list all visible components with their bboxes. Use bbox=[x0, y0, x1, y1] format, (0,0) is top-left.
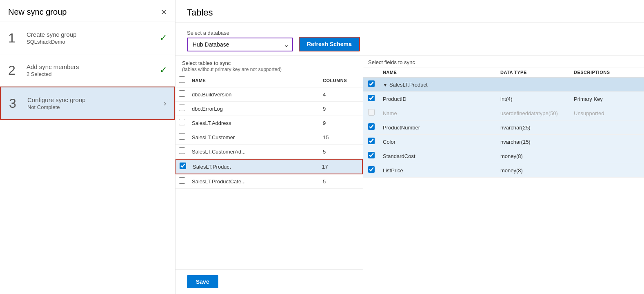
table-row[interactable]: SalesLT.ProductCate... 5 bbox=[175, 174, 363, 189]
step-2-check-icon: ✓ bbox=[160, 65, 167, 76]
save-button[interactable]: Save bbox=[187, 275, 218, 288]
table-row[interactable]: dbo.ErrorLog 9 bbox=[175, 102, 363, 116]
table-row-name: SalesLT.Address bbox=[192, 120, 323, 126]
right-header: Tables bbox=[175, 0, 644, 22]
db-selector-row: Select a database Hub Database Refresh S… bbox=[175, 22, 644, 56]
step-1[interactable]: 1 Create sync group SQLshackDemo ✓ bbox=[0, 22, 175, 54]
tables-section-title: Select tables to sync bbox=[182, 60, 231, 66]
db-dropdown-wrapper: Hub Database bbox=[187, 38, 293, 51]
db-selector-group: Select a database Hub Database bbox=[187, 30, 293, 51]
field-dtype: int(4) bbox=[500, 96, 574, 102]
tables-left-header: Select tables to sync (tables without pr… bbox=[175, 56, 363, 74]
tables-area: Select tables to sync (tables without pr… bbox=[175, 56, 644, 294]
step-2-subtitle: 2 Selected bbox=[27, 71, 156, 77]
right-title: Tables bbox=[187, 7, 213, 18]
table-row-name: SalesLT.Customer bbox=[192, 134, 323, 140]
field-dtype: nvarchar(25) bbox=[500, 125, 574, 131]
table-col-headers: NAME COLUMNS bbox=[175, 74, 363, 87]
table-row-check[interactable] bbox=[180, 163, 186, 169]
db-selector-label: Select a database bbox=[187, 30, 293, 36]
chevron-down-icon: ▼ bbox=[383, 82, 388, 88]
table-row-check[interactable] bbox=[179, 133, 185, 140]
table-row-name: dbo.BuildVersion bbox=[192, 91, 323, 98]
field-name: ListPrice bbox=[383, 167, 500, 174]
step-2-number: 2 bbox=[8, 64, 27, 77]
right-panel: Tables Select a database Hub Database Re… bbox=[175, 0, 644, 294]
table-row-cols: 9 bbox=[323, 120, 360, 126]
step-list: 1 Create sync group SQLshackDemo ✓ 2 Add… bbox=[0, 22, 175, 294]
tables-left: Select tables to sync (tables without pr… bbox=[175, 56, 363, 294]
step-3-chevron-icon: › bbox=[164, 99, 166, 108]
field-check[interactable] bbox=[368, 123, 375, 130]
field-group-header: ▼SalesLT.Product bbox=[363, 78, 644, 92]
panel-title: New sync group bbox=[8, 7, 67, 17]
table-row-check[interactable] bbox=[179, 119, 185, 125]
step-2-title: Add sync members bbox=[27, 63, 156, 70]
step-2-content: Add sync members 2 Selected bbox=[27, 63, 156, 77]
table-row-cols: 17 bbox=[322, 164, 359, 170]
table-row-name: SalesLT.ProductCate... bbox=[192, 178, 323, 185]
field-desc: Unsupported bbox=[574, 110, 639, 116]
fields-section-title: Select fields to sync bbox=[363, 56, 644, 67]
field-row: ListPrice money(8) bbox=[363, 163, 644, 178]
field-dtype: money(8) bbox=[500, 153, 574, 159]
tables-right: Select fields to sync NAME DATA TYPE DES… bbox=[363, 56, 644, 294]
step-1-subtitle: SQLshackDemo bbox=[27, 39, 156, 45]
db-dropdown[interactable]: Hub Database bbox=[187, 38, 293, 51]
field-dtype: money(8) bbox=[500, 167, 574, 174]
field-check[interactable] bbox=[368, 152, 375, 158]
step-3[interactable]: 3 Configure sync group Not Complete › bbox=[0, 87, 175, 120]
field-name: Color bbox=[383, 139, 500, 145]
table-row-name: SalesLT.Product bbox=[193, 164, 322, 170]
save-area: Save bbox=[175, 269, 363, 294]
tables-section-subtitle: (tables without primary key are not supp… bbox=[182, 67, 282, 72]
field-check[interactable] bbox=[368, 95, 375, 101]
table-row-cols: 9 bbox=[323, 106, 360, 112]
field-check[interactable] bbox=[368, 138, 375, 144]
step-1-check-icon: ✓ bbox=[160, 33, 167, 43]
fields-name-header: NAME bbox=[383, 70, 500, 75]
table-check-all[interactable] bbox=[179, 76, 185, 83]
table-row-name: SalesLT.CustomerAd... bbox=[192, 149, 323, 155]
field-group-check[interactable] bbox=[368, 80, 375, 87]
table-row-check[interactable] bbox=[179, 90, 185, 97]
table-rows: dbo.BuildVersion 4 dbo.ErrorLog 9 SalesL… bbox=[175, 87, 363, 269]
step-1-title: Create sync group bbox=[27, 31, 156, 38]
field-name: StandardCost bbox=[383, 153, 500, 159]
table-row[interactable]: dbo.BuildVersion 4 bbox=[175, 87, 363, 102]
table-row[interactable]: SalesLT.Customer 15 bbox=[175, 130, 363, 145]
table-row-cols: 15 bbox=[323, 134, 360, 140]
panel-header: New sync group ✕ bbox=[0, 0, 175, 22]
table-row[interactable]: SalesLT.Address 9 bbox=[175, 116, 363, 130]
table-row-name: dbo.ErrorLog bbox=[192, 106, 323, 112]
fields-col-headers: NAME DATA TYPE DESCRIPTIONS bbox=[363, 67, 644, 78]
table-row-check[interactable] bbox=[179, 147, 185, 154]
field-group-name: ▼SalesLT.Product bbox=[383, 82, 500, 88]
table-row-check[interactable] bbox=[179, 177, 185, 184]
fields-dtype-header: DATA TYPE bbox=[500, 70, 574, 75]
table-check-all-col[interactable] bbox=[179, 76, 192, 85]
table-row-check[interactable] bbox=[179, 105, 185, 111]
refresh-schema-button[interactable]: Refresh Schema bbox=[299, 37, 360, 51]
step-2[interactable]: 2 Add sync members 2 Selected ✓ bbox=[0, 54, 175, 87]
field-row: ProductID int(4) Primary Key bbox=[363, 92, 644, 106]
field-name: Name bbox=[383, 110, 500, 116]
step-3-subtitle: Not Complete bbox=[27, 104, 160, 110]
table-name-header: NAME bbox=[192, 78, 323, 83]
close-button[interactable]: ✕ bbox=[161, 9, 167, 16]
table-row-cols: 5 bbox=[323, 149, 360, 155]
table-row[interactable]: SalesLT.CustomerAd... 5 bbox=[175, 145, 363, 159]
field-rows: ▼SalesLT.Product ProductID int(4) Primar… bbox=[363, 78, 644, 294]
table-row-cols: 5 bbox=[323, 178, 360, 185]
table-row-selected[interactable]: SalesLT.Product 17 bbox=[175, 159, 363, 174]
field-dtype: userdefineddatatype(50) bbox=[500, 110, 574, 116]
field-row: StandardCost money(8) bbox=[363, 149, 644, 163]
step-3-number: 3 bbox=[9, 97, 27, 110]
step-1-content: Create sync group SQLshackDemo bbox=[27, 31, 156, 45]
field-desc: Primary Key bbox=[574, 96, 639, 102]
table-columns-header: COLUMNS bbox=[323, 78, 360, 83]
field-check[interactable] bbox=[368, 166, 375, 173]
field-check[interactable] bbox=[368, 109, 375, 116]
field-name: ProductID bbox=[383, 96, 500, 102]
field-row-unsupported: Name userdefineddatatype(50) Unsupported bbox=[363, 106, 644, 120]
